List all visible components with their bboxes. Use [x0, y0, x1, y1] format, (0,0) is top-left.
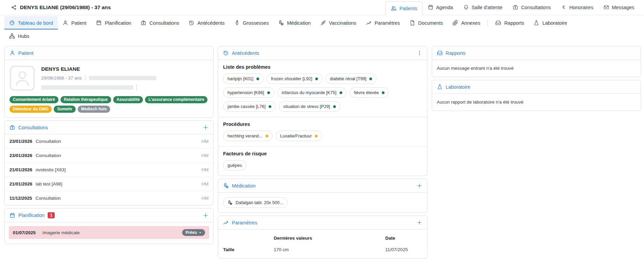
- chip-label: hechting verand...: [227, 133, 262, 138]
- antecedents-sections: Liste des problèmes hartpijn [K01]: [218, 60, 427, 176]
- nav-item-label: Planification: [105, 20, 131, 26]
- antecedents-section: Liste des problèmes hartpijn [K01]: [218, 60, 427, 117]
- consultation-row[interactable]: 21/01/2026 ovotestis [X83] HM: [5, 163, 213, 177]
- planification-icon: [96, 20, 102, 26]
- antecedents-section: Facteurs de risque guêpes: [218, 147, 427, 176]
- status-badge: Consentement éclairé: [9, 96, 58, 103]
- patient-birth-line: 29/06/1988 - 37 ans: [41, 75, 156, 81]
- planification-card: Planification 1 01/07/2025 Imagerie médi…: [4, 208, 214, 244]
- chevron-down-icon: [199, 231, 202, 234]
- top-tab[interactable]: Consultations: [507, 0, 556, 15]
- nav-item[interactable]: Patient: [58, 16, 91, 29]
- nav-item[interactable]: Hubs: [4, 29, 34, 43]
- nav-item[interactable]: Grossesses: [229, 16, 274, 29]
- problem-chip[interactable]: guêpes: [223, 160, 246, 171]
- problem-chip[interactable]: hypertension [K86]: [223, 87, 274, 98]
- medication-chip[interactable]: Dafalgan tabl. 20x 500...: [223, 197, 288, 208]
- problem-chip[interactable]: frozen shoulder [L92]: [267, 73, 322, 84]
- problem-chip[interactable]: Luxatie/Fractuur: [276, 131, 322, 141]
- nav-item[interactable]: Laboratoire: [529, 16, 572, 29]
- rapports-icon: [495, 20, 501, 26]
- top-tab[interactable]: Agenda: [423, 0, 458, 15]
- nav-item-label: Médication: [287, 20, 311, 26]
- chip-label: Luxatie/Fractuur: [280, 133, 312, 138]
- antecedents-card: Antécédents Liste des problèmes: [218, 46, 427, 176]
- top-tab[interactable]: Patients: [386, 1, 422, 15]
- nav-item-label: Annexes: [461, 20, 480, 26]
- parameters-table-rows: Taille 170 cm 11/07/2025: [223, 243, 422, 254]
- consultation-row[interactable]: 11/12/2025 Consultation HM: [5, 191, 213, 205]
- add-medication-button[interactable]: [417, 183, 422, 189]
- add-consultation-button[interactable]: [203, 125, 208, 130]
- top-tab[interactable]: Salle d'attente: [458, 0, 507, 15]
- parameters-table-header: Dernières valeurs Date: [223, 231, 422, 243]
- chip-label: jambe cassée [L76]: [227, 104, 266, 109]
- problem-chip[interactable]: hechting verand...: [223, 131, 272, 141]
- top-tab-label: Patients: [399, 6, 417, 11]
- problem-chip[interactable]: diabète rénal [T99]: [325, 73, 376, 84]
- consultation-date: 21/01/2026: [9, 181, 32, 186]
- chip-list: hartpijn [K01] frozen shoulder [L92]: [223, 73, 422, 112]
- problem-chip[interactable]: hartpijn [K01]: [223, 73, 264, 84]
- problem-chip[interactable]: fièvre élevée: [350, 87, 389, 98]
- consultation-author-tag: HM: [201, 153, 208, 158]
- top-tab[interactable]: € Honoraires: [556, 0, 598, 15]
- subnav-row-2: Hubs: [4, 29, 641, 43]
- consultations-card: Consultations 23/01/2026 Consultation HM: [4, 120, 214, 205]
- card-title: Consultations: [18, 125, 48, 130]
- medication-icon: [223, 183, 229, 189]
- patient-icon: [9, 50, 15, 56]
- patient-extra-line: [41, 85, 156, 90]
- divider: [85, 75, 85, 81]
- rapports-card: Rapports Aucun message entrant n'a été t…: [432, 46, 641, 77]
- nav-item[interactable]: Antécédents: [184, 16, 229, 29]
- divider: [137, 85, 137, 90]
- problem-chip[interactable]: infarctus du myocarde [K75]: [277, 87, 347, 98]
- pregnancy-icon: [234, 20, 240, 26]
- patient-subnav: Tableau de bord Patient Planification: [0, 15, 644, 43]
- status-dot: [369, 78, 372, 80]
- share-icon: [11, 5, 17, 10]
- status-dot: [269, 105, 271, 108]
- problem-chip[interactable]: situation de stress [P29]: [279, 101, 340, 112]
- plus-icon: [417, 220, 422, 225]
- status-dropdown[interactable]: Prévu: [182, 229, 205, 236]
- card-title: Laboratoire: [446, 84, 470, 90]
- consultation-author-tag: HM: [201, 181, 208, 186]
- add-parameter-button[interactable]: [417, 220, 422, 225]
- antecedents-menu-button[interactable]: [417, 50, 422, 56]
- subnav-group-main: Tableau de bord Patient Planification: [4, 16, 485, 29]
- nav-item[interactable]: Rapports: [491, 16, 529, 29]
- column-header: Date: [385, 231, 422, 243]
- nav-item[interactable]: Tableau de bord: [4, 16, 58, 29]
- add-planification-button[interactable]: [203, 213, 208, 218]
- parameters-card-header: Paramètres: [218, 216, 427, 229]
- chip-label: guêpes: [227, 163, 242, 168]
- table-row[interactable]: Taille 170 cm 11/07/2025: [223, 243, 422, 254]
- nav-item[interactable]: Paramètres: [361, 16, 405, 29]
- annexes-icon: [452, 20, 458, 26]
- top-tab[interactable]: Messages: [598, 0, 639, 15]
- nav-item[interactable]: Vaccinations: [316, 16, 361, 29]
- consultation-row[interactable]: 23/01/2026 Consultation HM: [5, 134, 213, 149]
- card-title: Antécédents: [232, 50, 259, 56]
- nav-item[interactable]: Documents: [405, 16, 448, 29]
- consultation-label: Consultation: [36, 153, 61, 158]
- planification-row[interactable]: 01/07/2025 Imagerie médicale Prévu: [9, 226, 209, 239]
- nav-item-label: Paramètres: [375, 20, 400, 26]
- medication-card-header: Médication: [218, 179, 427, 193]
- consultation-label: ovotestis [X83]: [36, 167, 66, 172]
- planification-count-badge: 1: [48, 212, 55, 218]
- nav-item[interactable]: Annexes: [448, 16, 485, 29]
- laboratoire-card-header: Laboratoire: [432, 80, 641, 94]
- consultation-row[interactable]: 23/01/2026 Consultation HM: [5, 149, 213, 163]
- status-dot: [267, 91, 270, 94]
- nav-item[interactable]: Planification: [91, 16, 136, 29]
- consultation-row[interactable]: 21/01/2026 lab test [A98] HM: [5, 177, 213, 191]
- problem-chip[interactable]: jambe cassée [L76]: [223, 101, 276, 112]
- nav-item[interactable]: Médication: [273, 16, 315, 29]
- consultation-author-tag: HM: [201, 139, 208, 144]
- nav-item[interactable]: Consultations: [136, 16, 184, 29]
- nav-item-label: Antécédents: [197, 20, 225, 26]
- status-dot: [340, 91, 342, 94]
